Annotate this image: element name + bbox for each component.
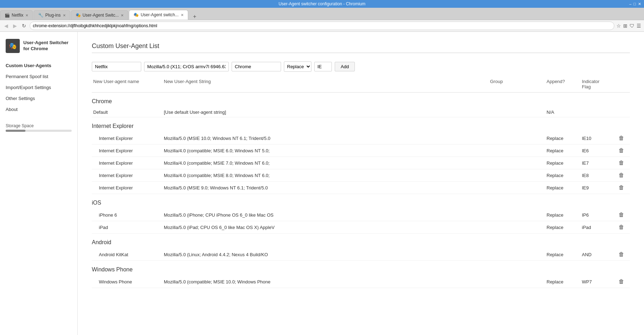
- new-tab-button[interactable]: +: [190, 13, 199, 20]
- group-header-ios: iOS: [92, 200, 630, 206]
- delete-agent-button[interactable]: 🗑: [617, 211, 626, 219]
- shield-icon: 🛡: [630, 23, 634, 29]
- sidebar-label-import: Import/Export Settings: [6, 85, 51, 90]
- cell-agent-actions: 🗑: [616, 184, 630, 192]
- delete-agent-button[interactable]: 🗑: [617, 223, 626, 231]
- table-headers: New User-agent name New User-Agent Strin…: [92, 79, 630, 93]
- cell-agent-append: Replace: [545, 279, 580, 284]
- col-header-actions: [616, 79, 630, 89]
- main-content: Custom User-Agent List Replace Append Ad…: [78, 32, 644, 335]
- cell-agent-append: Replace: [545, 212, 580, 218]
- table-row: Windows PhoneMozilla/5.0 (compatible; MS…: [92, 276, 630, 288]
- window-title: User-Agent switcher configuration - Chro…: [0, 1, 644, 6]
- restore-button[interactable]: □: [633, 2, 636, 6]
- new-agent-indicator-input[interactable]: [314, 62, 332, 71]
- sidebar-item-import-export[interactable]: Import/Export Settings: [0, 82, 77, 93]
- cell-agent-name: Windows Phone: [92, 279, 162, 284]
- table-row: Internet ExplorerMozilla/4.0 (compatible…: [92, 157, 630, 169]
- close-button[interactable]: ✕: [638, 2, 641, 6]
- delete-agent-button[interactable]: 🗑: [617, 147, 626, 154]
- reload-button[interactable]: ↻: [20, 22, 28, 29]
- tab-favicon-ua1: 🎭: [76, 13, 80, 18]
- table-row: iPhone 6Mozilla/5.0 (iPhone; CPU iPhone …: [92, 209, 630, 221]
- cell-agent-actions: 🗑: [616, 223, 630, 231]
- delete-agent-button[interactable]: 🗑: [617, 159, 626, 167]
- tab-ua2[interactable]: 🎭 User-Agent switch... ✕: [129, 10, 188, 20]
- extensions-icon[interactable]: ⊞: [623, 23, 627, 29]
- cell-agent-string: [Use default User-agent string]: [162, 110, 489, 115]
- forward-button[interactable]: ▶: [12, 22, 18, 29]
- sidebar-nav: Custom User-Agents Permanent Spoof list …: [0, 60, 77, 115]
- storage-label: Storage Space: [6, 123, 72, 128]
- table-row: Internet ExplorerMozilla/4.0 (compatible…: [92, 145, 630, 157]
- groups-container: ChromeDefault[Use default User-agent str…: [92, 98, 630, 288]
- cell-agent-string: Mozilla/4.0 (compatible; MSIE 7.0; Windo…: [162, 160, 489, 166]
- sidebar-item-other-settings[interactable]: Other Settings: [0, 93, 77, 104]
- cell-agent-name: iPad: [92, 225, 162, 230]
- title-bar: User-Agent switcher configuration - Chro…: [0, 0, 644, 8]
- cell-agent-string: Mozilla/5.0 (Linux; Android 4.4.2; Nexus…: [162, 252, 489, 257]
- delete-agent-button[interactable]: 🗑: [617, 278, 626, 286]
- add-agent-button[interactable]: Add: [335, 62, 355, 71]
- delete-agent-button[interactable]: 🗑: [617, 251, 626, 258]
- sidebar: 🎭 User-Agent Switcherfor Chrome Custom U…: [0, 32, 78, 335]
- cell-agent-indicator: IP6: [580, 212, 616, 218]
- tab-favicon-ua2: 🎭: [133, 12, 138, 17]
- cell-agent-name: Internet Explorer: [92, 148, 162, 153]
- cell-agent-indicator: IE9: [580, 185, 616, 190]
- cell-agent-indicator: IE8: [580, 173, 616, 178]
- new-agent-append-select[interactable]: Replace Append: [284, 61, 311, 72]
- tab-netflix[interactable]: 🎬 Netflix ✕: [0, 10, 33, 20]
- bookmark-icon[interactable]: ☆: [616, 23, 621, 29]
- cell-agent-actions: 🗑: [616, 278, 630, 286]
- new-agent-group-input[interactable]: [232, 62, 281, 71]
- sidebar-label-spoof: Permanent Spoof list: [6, 74, 48, 79]
- cell-agent-append: Replace: [545, 148, 580, 153]
- sidebar-item-about[interactable]: About: [0, 104, 77, 115]
- cell-agent-string: Mozilla/4.0 (compatible; MSIE 8.0; Windo…: [162, 173, 489, 178]
- cell-agent-name: iPhone 6: [92, 212, 162, 218]
- cell-agent-string: Mozilla/5.0 (MSIE 9.0; Windows NT 6.1; T…: [162, 185, 489, 190]
- cell-agent-string: Mozilla/5.0 (iPad; CPU OS 6_0 like Mac O…: [162, 225, 489, 230]
- sidebar-item-custom-user-agents[interactable]: Custom User-Agents: [0, 60, 77, 71]
- sidebar-item-permanent-spoof[interactable]: Permanent Spoof list: [0, 71, 77, 82]
- add-form-row: Replace Append Add: [92, 61, 630, 72]
- col-header-indicator: IndicatorFlag: [580, 79, 616, 89]
- cell-agent-append: N/A: [545, 110, 580, 115]
- sidebar-label-other: Other Settings: [6, 96, 35, 101]
- delete-agent-button[interactable]: 🗑: [617, 134, 626, 142]
- back-button[interactable]: ◀: [3, 22, 10, 29]
- tab-close-netflix[interactable]: ✕: [25, 13, 28, 17]
- new-agent-name-input[interactable]: [92, 62, 141, 71]
- page-title: Custom User-Agent List: [92, 42, 630, 50]
- address-bar: ◀ ▶ ↻ ☆ ⊞ 🛡 ☰: [0, 20, 644, 32]
- tab-ua1[interactable]: 🎭 User-Agent Switc... ✕: [71, 10, 129, 20]
- cell-agent-name: Internet Explorer: [92, 136, 162, 141]
- url-input[interactable]: [30, 22, 614, 30]
- cell-agent-append: Replace: [545, 185, 580, 190]
- menu-icon[interactable]: ☰: [637, 23, 641, 29]
- cell-agent-append: Replace: [545, 160, 580, 166]
- cell-agent-append: Replace: [545, 136, 580, 141]
- tab-close-plugins[interactable]: ✕: [63, 13, 66, 17]
- tab-label-ua2: User-Agent switch...: [141, 12, 178, 17]
- tab-plugins[interactable]: 🔧 Plug-ins ✕: [34, 10, 70, 20]
- cell-agent-name: Internet Explorer: [92, 185, 162, 190]
- table-row: iPadMozilla/5.0 (iPad; CPU OS 6_0 like M…: [92, 221, 630, 234]
- table-row: Internet ExplorerMozilla/5.0 (MSIE 9.0; …: [92, 182, 630, 194]
- tab-close-ua2[interactable]: ✕: [181, 13, 184, 17]
- cell-agent-name: Internet Explorer: [92, 160, 162, 166]
- cell-agent-indicator: AND: [580, 252, 616, 257]
- tab-close-ua1[interactable]: ✕: [121, 13, 124, 17]
- cell-agent-actions: 🗑: [616, 171, 630, 179]
- logo-icon: 🎭: [6, 39, 20, 53]
- tab-label-netflix: Netflix: [12, 13, 23, 18]
- delete-agent-button[interactable]: 🗑: [617, 171, 626, 179]
- cell-agent-name: Internet Explorer: [92, 173, 162, 178]
- minimize-button[interactable]: –: [629, 2, 631, 6]
- new-agent-string-input[interactable]: [144, 62, 229, 71]
- tab-label-plugins: Plug-ins: [45, 13, 60, 18]
- delete-agent-button[interactable]: 🗑: [617, 184, 626, 192]
- table-row: Internet ExplorerMozilla/5.0 (MSIE 10.0;…: [92, 132, 630, 145]
- col-header-name: New User-agent name: [92, 79, 162, 89]
